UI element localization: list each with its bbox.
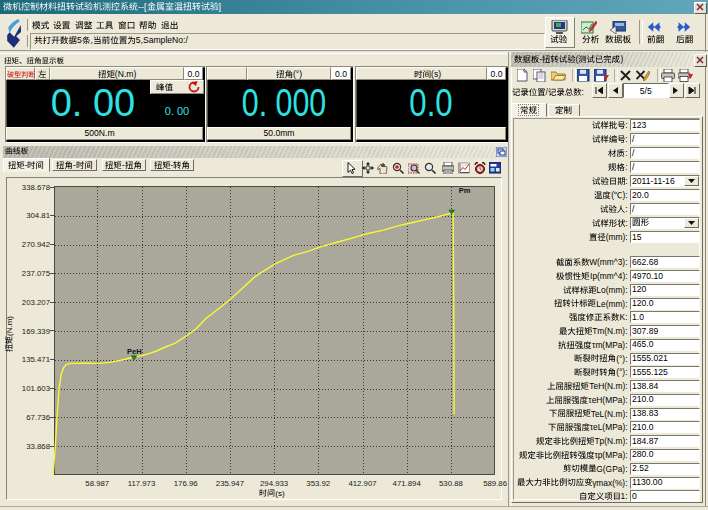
svg-text:Pm: Pm: [459, 186, 471, 195]
svg-text:PeH: PeH: [127, 347, 142, 356]
